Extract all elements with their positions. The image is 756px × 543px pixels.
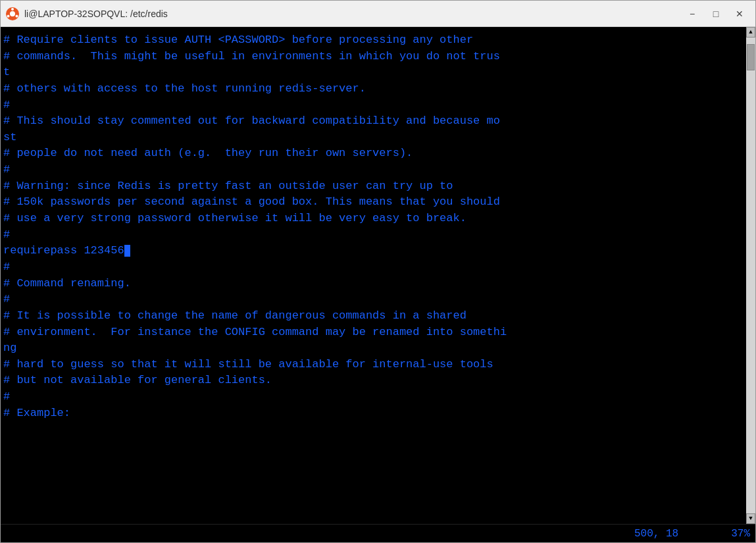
scroll-up-arrow[interactable]: ▲ — [746, 27, 755, 38]
terminal[interactable]: # Require clients to issue AUTH <PASSWOR… — [1, 27, 746, 524]
window: li@LAPTOP-32SOPQVL: /etc/redis − □ ✕ # R… — [0, 0, 756, 543]
cursor — [124, 245, 130, 257]
window-title: li@LAPTOP-32SOPQVL: /etc/redis — [24, 9, 682, 19]
titlebar: li@LAPTOP-32SOPQVL: /etc/redis − □ ✕ — [1, 1, 755, 27]
scrollbar[interactable]: ▲ ▼ — [746, 27, 755, 524]
svg-point-4 — [7, 14, 10, 17]
app-icon — [6, 7, 19, 20]
maximize-button[interactable]: □ — [705, 5, 726, 23]
svg-point-1 — [10, 11, 15, 16]
scroll-percent: 37% — [731, 528, 750, 540]
minimize-button[interactable]: − — [682, 5, 703, 23]
statusbar: 500, 18 37% — [1, 524, 755, 542]
scrollbar-track[interactable] — [746, 38, 755, 513]
svg-point-3 — [16, 14, 18, 17]
scrollbar-thumb[interactable] — [747, 44, 755, 70]
svg-point-2 — [11, 8, 14, 11]
cursor-position: 500, 18 — [634, 528, 678, 540]
scroll-down-arrow[interactable]: ▼ — [746, 513, 755, 524]
content-area: # Require clients to issue AUTH <PASSWOR… — [1, 27, 755, 524]
window-controls: − □ ✕ — [682, 5, 750, 23]
terminal-text: # Require clients to issue AUTH <PASSWOR… — [3, 32, 743, 421]
close-button[interactable]: ✕ — [729, 5, 750, 23]
